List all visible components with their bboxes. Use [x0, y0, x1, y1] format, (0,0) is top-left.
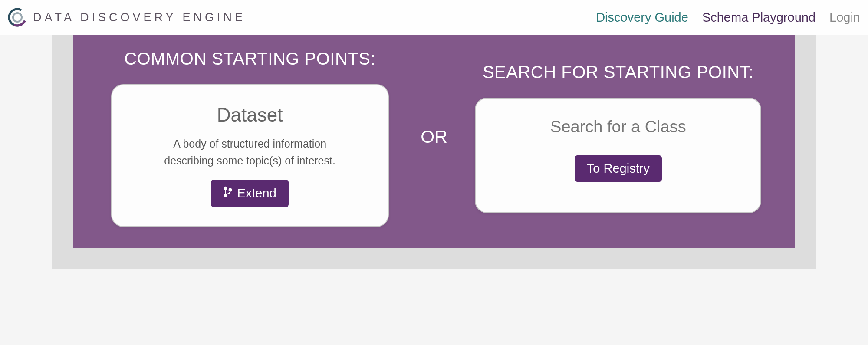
- brand-text: DATA DISCOVERY ENGINE: [33, 11, 246, 24]
- logo-icon: [8, 8, 27, 27]
- nav-discovery-guide[interactable]: Discovery Guide: [596, 10, 688, 25]
- search-class-title: Search for a Class: [495, 118, 741, 136]
- svg-point-4: [224, 194, 227, 197]
- svg-point-2: [13, 13, 22, 22]
- dataset-title: Dataset: [131, 104, 369, 126]
- starting-points-panel: COMMON STARTING POINTS: Dataset A body o…: [73, 35, 795, 248]
- common-starting-points-column: COMMON STARTING POINTS: Dataset A body o…: [96, 47, 403, 227]
- search-starting-heading: SEARCH FOR STARTING POINT:: [465, 60, 772, 84]
- svg-point-5: [229, 188, 232, 191]
- dataset-description: A body of structured information describ…: [131, 135, 369, 169]
- extend-button[interactable]: Extend: [211, 180, 288, 207]
- dataset-card: Dataset A body of structured information…: [111, 84, 389, 227]
- content-container: COMMON STARTING POINTS: Dataset A body o…: [52, 35, 816, 269]
- nav-login[interactable]: Login: [829, 10, 860, 25]
- svg-point-3: [224, 187, 227, 190]
- extend-button-label: Extend: [237, 186, 276, 200]
- brand[interactable]: DATA DISCOVERY ENGINE: [8, 8, 246, 27]
- search-starting-point-column: SEARCH FOR STARTING POINT: Search for a …: [465, 60, 772, 213]
- to-registry-button-label: To Registry: [587, 161, 650, 176]
- nav-links: Discovery Guide Schema Playground Login: [596, 10, 860, 25]
- nav-schema-playground[interactable]: Schema Playground: [702, 10, 815, 25]
- git-branch-icon: [223, 186, 233, 201]
- or-divider: OR: [403, 127, 465, 147]
- search-class-card: Search for a Class To Registry: [475, 98, 761, 213]
- navbar: DATA DISCOVERY ENGINE Discovery Guide Sc…: [0, 0, 868, 35]
- to-registry-button[interactable]: To Registry: [575, 155, 662, 182]
- common-starting-heading: COMMON STARTING POINTS:: [96, 47, 403, 70]
